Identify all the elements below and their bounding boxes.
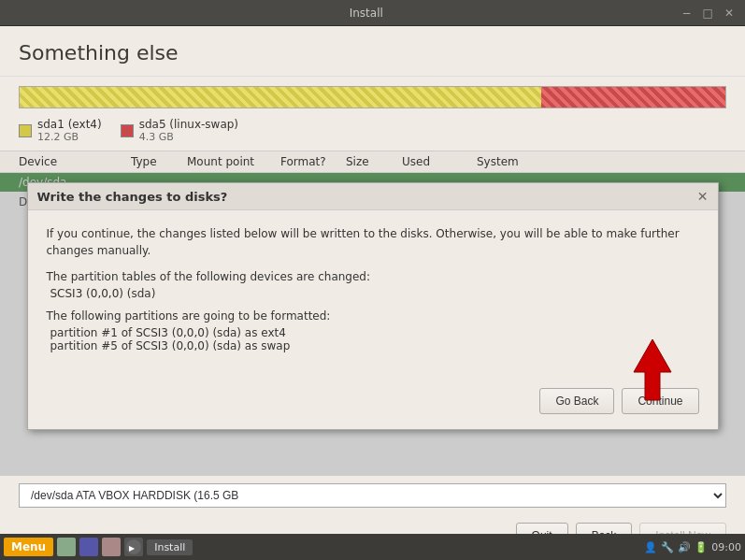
- partition-bar-container: [0, 77, 745, 112]
- titlebar-title: Install: [54, 7, 679, 20]
- taskbar-audio-icon: 🔊: [678, 541, 691, 553]
- legend-name-swap: sda5 (linux-swap): [139, 118, 238, 131]
- dialog-buttons: Go Back Continue: [28, 377, 718, 429]
- red-arrow-icon: [624, 339, 681, 405]
- col-system: System: [477, 155, 726, 168]
- taskbar-terminal-icon[interactable]: ▶: [124, 538, 143, 556]
- partition-bar: [19, 86, 726, 108]
- legend-swap: sda5 (linux-swap) 4.3 GB: [121, 118, 238, 143]
- dialog-section2-item1: partition #1 of SCSI3 (0,0,0) (sda) as e…: [47, 326, 699, 339]
- legend-size-ext4: 12.2 GB: [37, 131, 102, 143]
- dialog-section1-title: The partition tables of the following de…: [47, 270, 699, 283]
- taskbar-network-icon: 🔧: [661, 541, 674, 553]
- legend-color-swap: [121, 124, 134, 137]
- legend-size-swap: 4.3 GB: [139, 131, 238, 143]
- dialog-close-button[interactable]: ✕: [697, 189, 709, 204]
- disk-dropdown[interactable]: /dev/sda ATA VBOX HARDDISK (16.5 GB: [19, 483, 726, 508]
- partition-swap[interactable]: [541, 87, 725, 108]
- maximize-button[interactable]: □: [699, 7, 717, 20]
- col-size: Size: [346, 155, 402, 168]
- dialog-title: Write the changes to disks?: [37, 190, 228, 204]
- titlebar: Install − □ ✕: [0, 0, 745, 26]
- dialog-content: If you continue, the changes listed belo…: [28, 210, 718, 377]
- col-used: Used: [402, 155, 477, 168]
- dropdown-row: /dev/sda ATA VBOX HARDDISK (16.5 GB: [19, 483, 726, 508]
- taskbar-files-icon[interactable]: [57, 538, 76, 556]
- dialog-section2-item2: partition #5 of SCSI3 (0,0,0) (sda) as s…: [47, 339, 699, 352]
- taskbar-menu-button[interactable]: Menu: [4, 538, 53, 556]
- taskbar-folder-icon[interactable]: [102, 538, 121, 556]
- taskbar-person-icon: 👤: [644, 541, 657, 553]
- svg-text:▶: ▶: [129, 544, 136, 553]
- dialog-section2-title: The following partitions are going to be…: [47, 309, 699, 323]
- content-area: /dev/sda D Write the changes to disks? ✕…: [0, 173, 745, 475]
- svg-marker-0: [634, 339, 671, 400]
- go-back-button[interactable]: Go Back: [539, 388, 614, 414]
- minimize-button[interactable]: −: [679, 7, 695, 20]
- col-mountpoint: Mount point: [187, 155, 280, 168]
- table-header: Device Type Mount point Format? Size Use…: [0, 151, 745, 173]
- write-changes-dialog: Write the changes to disks? ✕ If you con…: [27, 182, 719, 430]
- legend-ext4: sda1 (ext4) 12.2 GB: [19, 118, 102, 143]
- partition-ext4[interactable]: [20, 87, 541, 108]
- col-device: Device: [19, 155, 131, 168]
- legend-label-swap: sda5 (linux-swap) 4.3 GB: [139, 118, 238, 143]
- legend-color-ext4: [19, 124, 32, 137]
- window-header: Something else: [0, 26, 745, 77]
- dialog-section2: The following partitions are going to be…: [47, 309, 699, 352]
- bottom-bar: /dev/sda ATA VBOX HARDDISK (16.5 GB: [0, 475, 745, 515]
- partition-legend: sda1 (ext4) 12.2 GB sda5 (linux-swap) 4.…: [0, 112, 745, 151]
- dialog-section1: The partition tables of the following de…: [47, 270, 699, 300]
- taskbar-right: 👤 🔧 🔊 🔋 09:00: [644, 541, 741, 553]
- dialog-titlebar: Write the changes to disks? ✕: [28, 183, 718, 210]
- col-format: Format?: [280, 155, 346, 168]
- titlebar-controls: − □ ✕: [679, 7, 738, 20]
- main-window: Something else sda1 (ext4) 12.2 GB sda5 …: [0, 26, 745, 560]
- dialog-section1-item: SCSI3 (0,0,0) (sda): [47, 287, 699, 300]
- dialog-main-text: If you continue, the changes listed belo…: [47, 225, 699, 259]
- legend-label-ext4: sda1 (ext4) 12.2 GB: [37, 118, 102, 143]
- taskbar-time: 09:00: [711, 541, 741, 553]
- taskbar-install-button[interactable]: Install: [147, 539, 193, 555]
- col-type: Type: [131, 155, 187, 168]
- legend-name-ext4: sda1 (ext4): [37, 118, 102, 131]
- taskbar-browser-icon[interactable]: [79, 538, 98, 556]
- dialog-overlay: Write the changes to disks? ✕ If you con…: [0, 173, 745, 475]
- taskbar-battery-icon: 🔋: [695, 541, 708, 553]
- page-title: Something else: [19, 41, 726, 65]
- close-button[interactable]: ✕: [721, 7, 738, 20]
- taskbar: Menu ▶ Install 👤 🔧 🔊 🔋 09:00: [0, 534, 745, 560]
